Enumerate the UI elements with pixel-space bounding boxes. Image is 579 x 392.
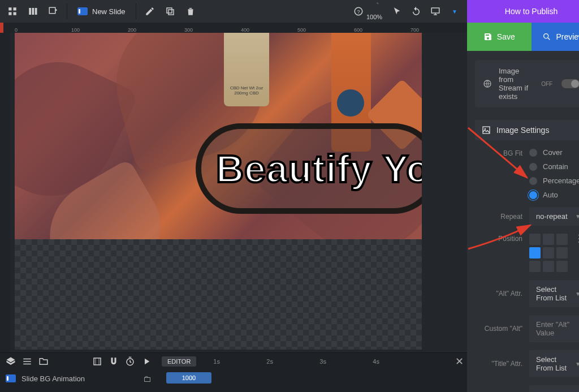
custom-title-input[interactable]: Enter "Title" Value [529, 385, 579, 392]
custom-alt-input[interactable]: Enter "Alt" Value [529, 315, 579, 342]
folder-open-icon[interactable]: 🗀 [143, 374, 152, 384]
play-icon[interactable] [139, 354, 154, 369]
svg-rect-8 [168, 10, 174, 15]
svg-point-16 [544, 34, 548, 38]
how-to-publish-button[interactable]: How to Publish [467, 0, 579, 23]
zoom-value: 100% [366, 14, 382, 20]
svg-rect-14 [94, 358, 101, 365]
list-icon[interactable] [20, 354, 34, 369]
canvas-stage[interactable]: CBD Net Wt 2oz 200mg CBD Beautify Yours [10, 33, 467, 352]
close-icon[interactable]: ✕ [455, 355, 464, 368]
title-attr-label: "Title" Attr. [475, 360, 529, 368]
chevron-down-icon: ▼ [575, 213, 579, 219]
timer-icon[interactable] [123, 354, 137, 369]
help-icon[interactable]: ? [349, 2, 368, 20]
repeat-label: Repeat [475, 213, 529, 221]
headline-text: Beautify Yours [216, 147, 422, 191]
svg-rect-2 [8, 12, 11, 15]
new-slide-button[interactable]: New Slide [72, 7, 131, 16]
layers-icon[interactable] [3, 354, 18, 369]
new-slide-label: New Slide [92, 7, 126, 16]
chevron-down-icon: ▼ [575, 291, 579, 297]
slide-icon [6, 374, 16, 382]
zoom-button[interactable]: 100% [369, 2, 387, 20]
position-grid[interactable] [529, 234, 568, 272]
pointer-icon[interactable] [388, 2, 406, 20]
dropdown-caret-icon[interactable]: ▼ [446, 2, 464, 20]
slide-background-image[interactable]: CBD Net Wt 2oz 200mg CBD Beautify Yours [15, 33, 422, 239]
svg-rect-18 [483, 127, 490, 133]
title-attr-select[interactable]: Select From List▼ [529, 350, 579, 377]
image-settings-header[interactable]: Image Settings [475, 120, 579, 140]
undo-icon[interactable] [407, 2, 425, 20]
custom-alt-label: Custom "Alt" [475, 325, 529, 333]
repeat-select[interactable]: no-repeat▼ [529, 207, 579, 226]
ruler-vertical [0, 33, 10, 352]
stream-toggle[interactable] [561, 79, 579, 88]
alt-attr-select[interactable]: Select From List▼ [529, 280, 579, 307]
alt-attr-label: "Alt" Attr. [475, 290, 529, 298]
svg-rect-0 [8, 7, 11, 10]
bgfit-label: BG Fit [475, 148, 529, 157]
svg-rect-7 [49, 7, 55, 14]
svg-rect-5 [32, 8, 34, 15]
delete-icon[interactable] [182, 2, 200, 20]
headline-badge[interactable]: Beautify Yours [196, 123, 422, 214]
timeline-row-label: Slide BG Animation [21, 374, 85, 383]
toggle-off-label: OFF [541, 81, 552, 87]
timeline-row[interactable]: Slide BG Animation 🗀 [0, 370, 157, 387]
chevron-down-icon: ▼ [575, 361, 579, 367]
svg-point-12 [377, 3, 378, 4]
slide-icon [77, 7, 88, 15]
bgfit-option-auto[interactable]: Auto [529, 191, 579, 199]
desktop-icon[interactable] [426, 2, 444, 20]
svg-rect-3 [14, 12, 16, 15]
ruler-origin-marker [0, 23, 3, 33]
canvas-transparent-area [15, 239, 422, 350]
bgfit-option-cover[interactable]: Cover [529, 148, 579, 157]
preview-button[interactable]: Preview [532, 23, 579, 51]
save-button[interactable]: Save [467, 23, 532, 51]
svg-rect-1 [14, 7, 16, 10]
edit-icon[interactable] [141, 2, 159, 20]
stream-toggle-row: Image from Stream if exists OFF [475, 60, 579, 107]
magnet-icon[interactable] [106, 354, 121, 369]
columns-icon[interactable] [24, 2, 42, 20]
svg-rect-6 [35, 8, 37, 15]
svg-text:?: ? [357, 9, 360, 15]
svg-rect-4 [29, 8, 31, 15]
copy-icon[interactable] [161, 2, 179, 20]
folder-icon[interactable] [36, 354, 51, 369]
position-label: Position [475, 234, 529, 243]
svg-rect-13 [431, 8, 439, 13]
ruler-horizontal: 0100200300400500600700 [0, 23, 467, 33]
timeline-panel: Slide BG Animation 🗀 EDITOR 1s 2s 3s 4s … [0, 352, 467, 392]
stream-label: Image from Stream if exists [499, 67, 534, 101]
bgfit-option-percentage[interactable]: Percentage [529, 176, 579, 185]
timeline-keyframe[interactable]: 1000 [166, 372, 211, 384]
position-grid-selected[interactable] [529, 247, 541, 259]
film-icon[interactable] [90, 354, 105, 369]
globe-icon [483, 79, 492, 88]
bgfit-option-contain[interactable]: Contain [529, 162, 579, 171]
editor-badge[interactable]: EDITOR [162, 356, 196, 367]
svg-rect-9 [167, 8, 172, 13]
add-slide-icon[interactable] [44, 2, 62, 20]
grid-view-icon[interactable] [3, 2, 21, 20]
top-toolbar: New Slide ? 100% ▼ [0, 0, 467, 23]
svg-point-19 [485, 128, 486, 130]
image-icon [482, 126, 491, 135]
